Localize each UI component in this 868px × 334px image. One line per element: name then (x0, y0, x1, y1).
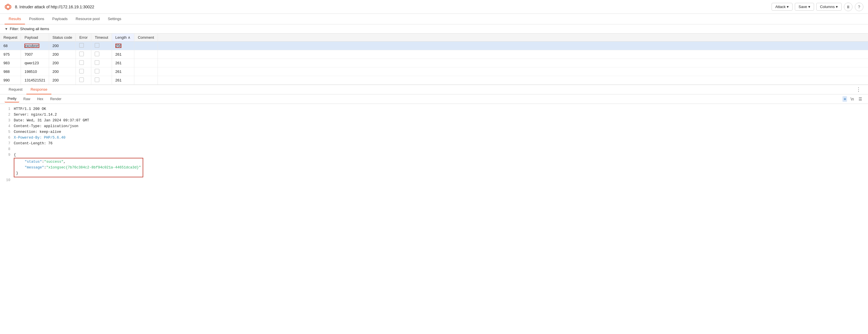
chevron-down-icon: ▾ (836, 5, 838, 9)
response-line-9a: "status":"success", (16, 159, 141, 165)
page-title: 8. Intruder attack of http://172.16.19.1… (15, 5, 772, 9)
timeout-checkbox (95, 77, 99, 82)
table-row[interactable]: 975 7007 200 261 (0, 50, 868, 59)
pause-button[interactable]: ⏸ (844, 3, 852, 11)
cell-extra (158, 42, 868, 50)
response-line-1: 1HTTP/1.1 200 OK (5, 106, 863, 112)
error-checkbox (79, 60, 84, 65)
format-tabs: Pretty Raw Hex Render ≡ \n ☰ (0, 94, 868, 104)
timeout-checkbox (95, 52, 99, 56)
response-line-7: 7Content-Length: 76 (5, 141, 863, 146)
response-line-8: 8 (5, 146, 863, 152)
col-error[interactable]: Error (76, 34, 91, 42)
error-checkbox (79, 77, 84, 82)
results-table-container: Request Payload Status code Error Timeou… (0, 34, 868, 85)
format-hex[interactable]: Hex (34, 96, 46, 102)
more-options-button[interactable]: ⋮ (854, 85, 863, 94)
results-table: Request Payload Status code Error Timeou… (0, 34, 868, 85)
app-logo (5, 3, 11, 10)
format-icons: ≡ \n ☰ (842, 96, 863, 102)
cell-length: 261 (112, 50, 134, 59)
col-comment[interactable]: Comment (134, 34, 158, 42)
main-tabs: Results Positions Payloads Resource pool… (0, 14, 868, 24)
response-line-4: 4Content-Type: application/json (5, 123, 863, 129)
response-line-10: 10 (5, 177, 863, 183)
cell-length: 261 (112, 76, 134, 85)
cell-comment (134, 59, 158, 67)
col-status-code[interactable]: Status code (49, 34, 76, 42)
timeout-checkbox (95, 69, 99, 73)
col-extra (158, 34, 868, 42)
header: 8. Intruder attack of http://172.16.19.1… (0, 0, 868, 14)
view-wrap-icon[interactable]: ☰ (857, 96, 863, 102)
col-timeout[interactable]: Timeout (91, 34, 112, 42)
cell-request: 990 (0, 76, 21, 85)
bottom-section: Request Response ⋮ Pretty Raw Hex Render… (0, 85, 868, 333)
cell-payload: 7007 (21, 50, 49, 59)
cell-request: 983 (0, 59, 21, 67)
filter-icon: ▼ (5, 27, 8, 31)
highlighted-json-block: "status":"success", "message":"x1ongsec{… (14, 158, 143, 177)
cell-error (76, 50, 91, 59)
cell-error (76, 42, 91, 50)
tab-resource-pool[interactable]: Resource pool (72, 14, 104, 24)
view-newline-icon[interactable]: \n (849, 96, 855, 102)
response-line-9b: "message":"x1ongsec{7b76c384c2-8bf94c021… (16, 165, 141, 170)
tab-request[interactable]: Request (5, 85, 26, 94)
table-row[interactable]: 990 1314521521 200 261 (0, 76, 868, 85)
cell-status: 200 (49, 59, 76, 67)
tab-results[interactable]: Results (5, 14, 25, 24)
header-buttons: Attack ▾ Save ▾ Columns ▾ ⏸ ? (772, 3, 863, 11)
cell-extra (158, 67, 868, 76)
table-row[interactable]: 988 198510 200 261 (0, 67, 868, 76)
cell-comment (134, 76, 158, 85)
cell-error (76, 67, 91, 76)
cell-status: 200 (49, 76, 76, 85)
cell-request: 68 (0, 42, 21, 50)
cell-payload: zxcvbnm (21, 42, 49, 50)
payload-highlighted: zxcvbnm (24, 44, 39, 48)
cell-payload: 1314521521 (21, 76, 49, 85)
top-section: ▼ Filter: Showing all items Request Payl… (0, 24, 868, 85)
cell-error (76, 76, 91, 85)
cell-timeout (91, 59, 112, 67)
format-pretty[interactable]: Pretty (5, 96, 19, 102)
col-request[interactable]: Request (0, 34, 21, 42)
help-button[interactable]: ? (855, 3, 863, 11)
cell-request: 975 (0, 50, 21, 59)
col-payload[interactable]: Payload (21, 34, 49, 42)
response-line-9c: } (16, 170, 141, 176)
tab-payloads[interactable]: Payloads (48, 14, 71, 24)
table-row[interactable]: 983 qwer123 200 261 (0, 59, 868, 67)
cell-payload: 198510 (21, 67, 49, 76)
attack-button[interactable]: Attack ▾ (772, 3, 793, 11)
chevron-down-icon: ▾ (808, 5, 810, 9)
view-text-icon[interactable]: ≡ (842, 96, 847, 102)
cell-extra (158, 50, 868, 59)
req-resp-tabs: Request Response ⋮ (0, 85, 868, 94)
cell-extra (158, 76, 868, 85)
response-line-2: 2Server: nginx/1.14.2 (5, 112, 863, 118)
columns-button[interactable]: Columns ▾ (816, 3, 842, 11)
cell-timeout (91, 50, 112, 59)
response-line-5: 5Connection: keep-alive (5, 129, 863, 135)
response-line-6: 6X-Powered-By: PHP/5.6.40 (5, 135, 863, 141)
cell-timeout (91, 67, 112, 76)
cell-timeout (91, 76, 112, 85)
cell-status: 200 (49, 67, 76, 76)
cell-timeout (91, 42, 112, 50)
format-raw[interactable]: Raw (20, 96, 33, 102)
error-checkbox (79, 52, 84, 56)
length-highlighted: 256 (115, 44, 122, 48)
error-checkbox (79, 69, 84, 73)
format-render[interactable]: Render (48, 96, 64, 102)
tab-response[interactable]: Response (26, 85, 51, 94)
save-button[interactable]: Save ▾ (795, 3, 814, 11)
cell-status: 200 (49, 42, 76, 50)
table-row[interactable]: 68 zxcvbnm 200 256 (0, 42, 868, 50)
cell-comment (134, 42, 158, 50)
filter-bar: ▼ Filter: Showing all items (0, 24, 868, 34)
tab-settings[interactable]: Settings (104, 14, 125, 24)
col-length[interactable]: Length ∧ (112, 34, 134, 42)
tab-positions[interactable]: Positions (25, 14, 48, 24)
